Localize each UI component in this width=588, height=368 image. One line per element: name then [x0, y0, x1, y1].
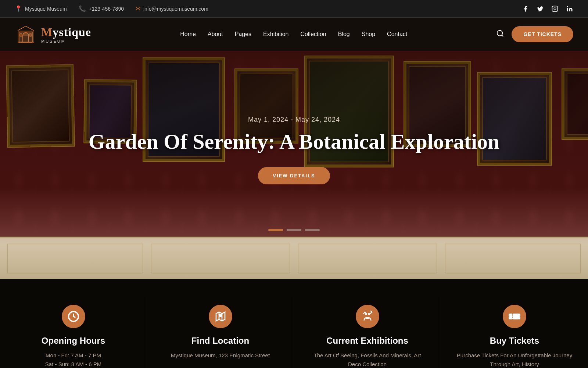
- email-text: info@mystiquemuseum.com: [143, 6, 208, 12]
- top-bar: 📍 Mystique Museum 📞 +123-456-7890 ✉ info…: [0, 0, 588, 18]
- logo[interactable]: Mystique MUSEUM: [15, 23, 91, 45]
- get-tickets-button[interactable]: GET TICKETS: [512, 26, 573, 42]
- clock-icon: [62, 305, 85, 328]
- nav-right: GET TICKETS: [496, 26, 573, 42]
- email-icon: ✉: [136, 5, 140, 12]
- svg-point-2: [567, 6, 568, 7]
- find-location-text: Mystique Museum, 123 Enigmatic Street: [171, 351, 270, 360]
- nav-contact[interactable]: Contact: [387, 31, 407, 38]
- nav-blog[interactable]: Blog: [338, 31, 350, 38]
- slider-dot-3[interactable]: [305, 229, 320, 231]
- phone-text: +123-456-7890: [89, 6, 124, 12]
- nav-collection[interactable]: Collection: [300, 31, 326, 38]
- location-text: Mystique Museum: [25, 6, 67, 12]
- find-location-item: Find Location Mystique Museum, 123 Enigm…: [147, 297, 294, 368]
- nav-home[interactable]: Home: [180, 31, 196, 38]
- svg-rect-5: [20, 33, 22, 36]
- top-bar-location: 📍 Mystique Museum: [15, 5, 67, 12]
- nav-shop[interactable]: Shop: [362, 31, 375, 38]
- hero-section: May 1, 2024 - May 24, 2024 Garden Of Ser…: [0, 51, 588, 279]
- social-links: [522, 5, 573, 13]
- nav-exhibition[interactable]: Exhibition: [263, 31, 288, 38]
- svg-line-8: [26, 26, 34, 31]
- nav-about[interactable]: About: [208, 31, 223, 38]
- svg-point-17: [368, 314, 369, 315]
- top-bar-email: ✉ info@mystiquemuseum.com: [136, 5, 208, 12]
- current-exhibitions-text: The Art Of Seeing, Fossils And Minerals,…: [309, 351, 426, 368]
- search-button[interactable]: [496, 29, 504, 39]
- slider-dot-1[interactable]: [268, 229, 283, 231]
- navbar: Mystique MUSEUM Home About Pages Exhibit…: [0, 18, 588, 51]
- buy-tickets-item: Buy Tickets Purchase Tickets For An Unfo…: [441, 297, 588, 368]
- nav-pages[interactable]: Pages: [235, 31, 251, 38]
- svg-point-16: [365, 314, 366, 315]
- twitter-icon[interactable]: [537, 5, 544, 13]
- info-section: Opening Hours Mon - Fri: 7 AM - 7 PM Sat…: [0, 279, 588, 368]
- opening-hours-title: Opening Hours: [42, 336, 105, 346]
- slider-dots: [268, 229, 320, 231]
- opening-hours-text: Mon - Fri: 7 AM - 7 PM Sat - Sun: 8 AM -…: [45, 351, 101, 368]
- logo-sub: MUSEUM: [41, 39, 91, 43]
- hero-content: May 1, 2024 - May 24, 2024 Garden Of Ser…: [15, 116, 573, 185]
- map-icon: [209, 305, 232, 328]
- svg-rect-6: [29, 33, 32, 36]
- nav-links: Home About Pages Exhibition Collection B…: [180, 31, 407, 38]
- phone-icon: 📞: [79, 5, 86, 12]
- view-details-button[interactable]: VIEW DETAILS: [258, 167, 330, 184]
- svg-line-7: [18, 26, 26, 31]
- buy-tickets-text: Purchase Tickets For An Unforgettable Jo…: [456, 351, 573, 368]
- svg-rect-0: [552, 6, 558, 11]
- buy-tickets-title: Buy Tickets: [490, 336, 539, 346]
- top-bar-phone: 📞 +123-456-7890: [79, 5, 124, 12]
- svg-point-15: [219, 315, 221, 316]
- ticket-icon: [503, 305, 526, 328]
- top-bar-contact: 📍 Mystique Museum 📞 +123-456-7890 ✉ info…: [15, 5, 208, 12]
- location-icon: 📍: [15, 5, 22, 12]
- linkedin-icon[interactable]: [566, 5, 573, 13]
- find-location-title: Find Location: [191, 336, 249, 346]
- current-exhibitions-item: Current Exhibitions The Art Of Seeing, F…: [294, 297, 441, 368]
- logo-text-group: Mystique MUSEUM: [41, 25, 91, 43]
- svg-point-10: [497, 30, 503, 36]
- slider-dot-2[interactable]: [287, 229, 301, 231]
- hero-title: Garden Of Serenity: A Botanical Explorat…: [89, 130, 500, 154]
- svg-rect-9: [18, 42, 34, 43]
- hero-dates: May 1, 2024 - May 24, 2024: [89, 116, 500, 124]
- exhibition-icon: [356, 305, 379, 328]
- logo-name: Mystique: [41, 25, 91, 39]
- current-exhibitions-title: Current Exhibitions: [326, 336, 408, 346]
- opening-hours-item: Opening Hours Mon - Fri: 7 AM - 7 PM Sat…: [0, 297, 147, 368]
- instagram-icon[interactable]: [551, 5, 559, 13]
- facebook-icon[interactable]: [522, 5, 529, 13]
